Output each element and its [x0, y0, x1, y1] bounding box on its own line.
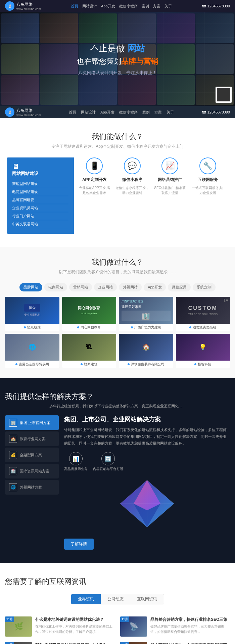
portfolio-img-7: 🏠	[119, 334, 173, 361]
news-desc-2: 做好品牌推广需要借助整合营销，三大整合营销渠道，如何借助整合营销快速提升...	[150, 624, 230, 635]
nav2-about[interactable]: 关于	[167, 110, 174, 115]
portfolio-item-6[interactable]: 🏗 赣鹰建筑	[62, 334, 116, 368]
solution-item-group[interactable]: 🏢 集团·上市官网方案	[5, 415, 59, 430]
service-left-item-3[interactable]: 品牌官网建设	[12, 196, 68, 204]
nav2-home[interactable]: 首页	[69, 110, 76, 115]
portfolio-item-5[interactable]: 🌐 吉港当选国际贸易网	[5, 334, 59, 368]
solution-item-edu[interactable]: 🏫 教育行业网方案	[5, 431, 59, 446]
service-card-wechat[interactable]: 💬 微信小程序 微信生态小程序开发，助力企业营销	[115, 157, 150, 234]
portfolio-tab-app[interactable]: App开发	[144, 283, 166, 291]
services-left-title: 🖥 网站网站建设	[12, 163, 68, 177]
portfolio-img-4: CUSTOM TAILORED SOLUTIONS TA	[176, 297, 230, 324]
portfolio-tab-brand[interactable]: 品牌网站	[19, 283, 42, 291]
portfolio-img-2: 同心同创教育 work together	[62, 297, 116, 324]
news-content-3: 移动式H5建设网站与网络推广，比H5的KK... H5是一种基于HTML5技术建…	[35, 642, 115, 644]
news-title-2[interactable]: 品牌整合营销方案，快速行业排名SEO三策	[150, 616, 230, 623]
service-card-app[interactable]: 📱 APP定制开发 专业移动APP开发,满足各类企业需求	[77, 157, 112, 234]
nav-solution[interactable]: 方案	[153, 4, 160, 9]
news-item-4: 11月 🚀 线上营销时代来临，今年再不做互联网就落后... 互联网已经渗透到每个…	[120, 642, 230, 644]
logo-icon: 🐰	[5, 1, 14, 11]
service-card-marketing[interactable]: 📈 网络营销推广 SEO优化推广,精准获取客户流量	[153, 157, 187, 234]
solutions-content: 集团、上市公司、企业网站解决方案 针对集团和上市公司网站建设，我们有系统化的建站…	[64, 415, 230, 550]
service-label-wechat: 微信小程序	[122, 177, 142, 183]
portfolio-tab-corp[interactable]: 企业网站	[94, 283, 117, 291]
logo[interactable]: 🐰 八兔网络 www.zhutubd.com	[5, 1, 41, 11]
service-icon-app: 📱	[86, 157, 103, 174]
logo2-icon: 🐰	[5, 107, 14, 117]
solutions-sidebar: 🏢 集团·上市官网方案 🏫 教育行业网方案 💰 金融型网方案 🏥 医疗资讯网站方…	[5, 415, 59, 550]
nav-app[interactable]: App开发	[101, 4, 115, 9]
portfolio-tab-ecom[interactable]: 电商网站	[44, 283, 67, 291]
service-left-item-2[interactable]: 电商型网站建设	[12, 188, 68, 196]
news-tab-industry[interactable]: 业界资讯	[71, 594, 101, 604]
portfolio-label-1: 恒众校准	[5, 324, 59, 331]
solutions-more-btn[interactable]: 了解详情	[64, 539, 94, 550]
portfolio-tab-foreign[interactable]: 外贸网站	[119, 283, 142, 291]
news-thumb-2[interactable]: 11月 📡	[120, 616, 147, 637]
news-tab-company[interactable]: 公司动态	[101, 594, 130, 604]
services-subtitle: 专注于网站建设和运营、App全定制开发、微信小程序开发方案与企业上门	[7, 144, 228, 149]
service-left-item-4[interactable]: 企业资讯类网站	[12, 204, 68, 212]
solution-icon-foreign: 🌐	[9, 483, 17, 491]
solution-item-finance[interactable]: 💰 金融型网方案	[5, 448, 59, 462]
news-item-1: 11月 🌿 什么是本地关键词建设的网站优化法？ 在网站优化工作中，对关键词的分析…	[5, 616, 115, 637]
portfolio-img-8: 💡	[176, 334, 230, 361]
service-desc-wechat: 微信生态小程序开发，助力企业营销	[115, 185, 150, 195]
portfolio-item-2[interactable]: 同心同创教育 work together 同心同创教育	[62, 297, 116, 331]
news-tab-internet[interactable]: 互联网资讯	[130, 594, 164, 604]
news-title-4[interactable]: 线上营销时代来临，今年再不做互联网就落后...	[150, 642, 230, 644]
service-desc-internet: 一站式互联网服务,助力企业发展	[191, 185, 225, 195]
portfolio-tab-marketing[interactable]: 营销网站	[69, 283, 92, 291]
news-thumb-1[interactable]: 11月 🌿	[5, 616, 32, 637]
nav2-solution[interactable]: 方案	[154, 110, 162, 115]
news-thumb-3[interactable]: 11月 H5	[5, 642, 32, 644]
main-nav: 🐰 八兔网络 www.zhutubd.com 首页 网站设计 App开发 微信小…	[0, 0, 235, 12]
nav2-phone[interactable]: ☎ 12345678090	[202, 110, 230, 114]
news-thumb-4[interactable]: 11月 🚀	[120, 642, 147, 644]
service-left-item-6[interactable]: 中英文双语网站	[12, 220, 68, 228]
portfolio-section: 我们做过什么？ 以下是我们团队为客户设计的项目，您的满意是我们最高追求…… 品牌…	[0, 247, 235, 378]
nav2-design[interactable]: 网站设计	[81, 110, 96, 115]
service-label-internet: 互联网服务	[198, 177, 218, 183]
news-title-1[interactable]: 什么是本地关键词建设的网站优化法？	[35, 616, 115, 623]
services-title: 我们能做什么？	[7, 132, 228, 142]
portfolio-item-1[interactable]: 恒众 专业检测机构 恒众校准	[5, 297, 59, 331]
hero-title2: 也在帮您策划品牌与营销	[77, 56, 158, 66]
solution-icon-finance: 💰	[9, 451, 17, 459]
solution-item-medical[interactable]: 🏥 医疗资讯网站方案	[5, 464, 59, 478]
portfolio-item-7[interactable]: 🏠 深圳鑫鑫装饰有限公司	[119, 334, 173, 368]
solution-feature-text-display: 高品质展示业务	[64, 467, 88, 471]
nav-home[interactable]: 首页	[71, 4, 78, 9]
solution-item-foreign[interactable]: 🌐 外贸网站方案	[5, 480, 59, 495]
nav2-wechat[interactable]: 微信小程序	[119, 110, 138, 115]
solutions-title: 我们提供怎样的解决方案？	[5, 392, 230, 402]
portfolio-tab-system[interactable]: 系统定制	[193, 283, 216, 291]
nav-cases[interactable]: 案例	[142, 4, 149, 9]
nav2-cases[interactable]: 案例	[142, 110, 150, 115]
news-title-3[interactable]: 移动式H5建设网站与网络推广，比H5的KK...	[35, 642, 115, 644]
service-card-internet[interactable]: 🔧 互联网服务 一站式互联网服务,助力企业发展	[191, 157, 225, 234]
nav-design[interactable]: 网站设计	[82, 4, 97, 9]
nav-phone[interactable]: ☎ 12345678090	[202, 4, 230, 8]
portfolio-label-5: 吉港当选国际贸易网	[5, 361, 59, 368]
portfolio-item-4[interactable]: CUSTOM TAILORED SOLUTIONS TA 迪思派克思亮站	[176, 297, 230, 331]
portfolio-item-8[interactable]: 💡 极智科技	[176, 334, 230, 368]
logo2-name: 八兔网络	[16, 108, 41, 113]
portfolio-tab-wechat[interactable]: 微信应用	[168, 283, 191, 291]
news-date-3: 11月	[5, 642, 14, 644]
portfolio-item-3[interactable]: 广西广垣力力建筑 建设美好家园 🏢 广西广垣力力建筑	[119, 297, 173, 331]
logo-name: 八兔网络	[16, 2, 41, 7]
nav-wechat[interactable]: 微信小程序	[119, 4, 138, 9]
logo2[interactable]: 🐰 八兔网络 www.zhutubd.com	[5, 107, 41, 117]
service-left-item-1[interactable]: 营销型网站建设	[12, 180, 68, 188]
service-icon-marketing: 📈	[161, 157, 178, 174]
hero-qr[interactable]	[216, 87, 232, 103]
services-section: 我们能做什么？ 专注于网站建设和运营、App全定制开发、微信小程序开发方案与企业…	[0, 118, 235, 247]
news-item-3: 11月 H5 移动式H5建设网站与网络推广，比H5的KK... H5是一种基于H…	[5, 642, 115, 644]
nav-about[interactable]: 关于	[164, 4, 172, 9]
solutions-content-desc: 针对集团和上市公司网站建设，我们有系统化的建站流程和技术支持，多年的建站经验，多…	[64, 427, 230, 447]
nav2-links: 首页 网站设计 App开发 微信小程序 案例 方案 关于	[69, 110, 174, 115]
portfolio-img-6: 🏗	[62, 334, 116, 361]
service-left-item-5[interactable]: 行业门户网站	[12, 212, 68, 220]
nav2-app[interactable]: App开发	[100, 110, 114, 115]
